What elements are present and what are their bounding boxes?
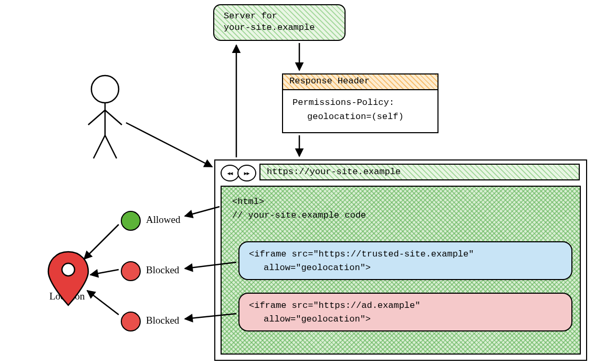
svg-line-3 bbox=[105, 110, 122, 125]
response-header-title-box: Response Header bbox=[282, 73, 439, 90]
svg-point-0 bbox=[91, 76, 119, 103]
browser-forward-button[interactable]: ▸▸ bbox=[237, 165, 256, 181]
html-code-line1: <html> bbox=[232, 195, 576, 209]
server-label-line1: Server for bbox=[224, 10, 335, 22]
url-bar[interactable]: https://your-site.example bbox=[259, 164, 580, 180]
status-dot-blocked-2 bbox=[121, 312, 141, 331]
status-label-blocked-1: Blocked bbox=[146, 264, 179, 276]
arrow-user-to-browser bbox=[126, 123, 212, 167]
svg-line-5 bbox=[105, 135, 117, 158]
iframe-ad-box: <iframe src="https://ad.example" allow="… bbox=[238, 293, 572, 331]
url-text: https://your-site.example bbox=[267, 167, 401, 177]
iframe-ad-line1: <iframe src="https://ad.example" bbox=[249, 299, 562, 313]
location-label: Location bbox=[49, 291, 85, 302]
status-label-allowed: Allowed bbox=[146, 214, 180, 226]
forward-icon: ▸▸ bbox=[243, 168, 248, 178]
rewind-icon: ◂◂ bbox=[226, 168, 232, 178]
status-dot-blocked-1 bbox=[121, 261, 141, 281]
user-icon bbox=[88, 76, 122, 158]
response-header-line1: Permissions-Policy: bbox=[293, 95, 428, 110]
svg-line-2 bbox=[88, 110, 105, 125]
server-label-line2: your-site.example bbox=[224, 22, 335, 34]
status-label-blocked-2: Blocked bbox=[146, 315, 179, 326]
iframe-trusted-box: <iframe src="https://trusted-site.exampl… bbox=[238, 241, 572, 280]
arrow-blocked2-to-pin bbox=[87, 291, 119, 315]
server-box: Server for your-site.example bbox=[213, 4, 346, 41]
response-header-line2: geolocation=(self) bbox=[293, 110, 428, 124]
response-header-body: Permissions-Policy: geolocation=(self) bbox=[282, 89, 439, 133]
status-dot-allowed bbox=[121, 211, 141, 231]
svg-line-4 bbox=[93, 135, 105, 158]
arrow-allowed-to-pin bbox=[84, 224, 119, 259]
iframe-trusted-line1: <iframe src="https://trusted-site.exampl… bbox=[249, 248, 562, 261]
iframe-ad-line2: allow="geolocation"> bbox=[249, 313, 562, 326]
browser-back-button[interactable]: ◂◂ bbox=[221, 165, 239, 181]
response-header-title: Response Header bbox=[289, 76, 370, 86]
html-code-line2: // your-site.example code bbox=[232, 209, 576, 222]
arrow-blocked1-to-pin bbox=[90, 270, 119, 275]
iframe-trusted-line2: allow="geolocation"> bbox=[249, 261, 562, 275]
svg-point-6 bbox=[62, 263, 75, 276]
